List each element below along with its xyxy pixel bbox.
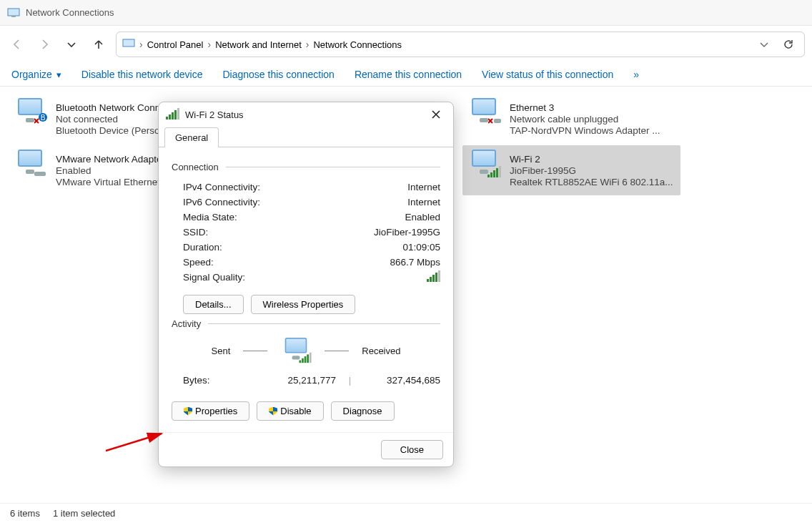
tab-general[interactable]: General [164, 127, 219, 147]
connection-name: Wi-Fi 2 [510, 154, 673, 165]
diagnose-button[interactable]: Diagnose [331, 401, 395, 421]
bytes-label: Bytes: [183, 375, 259, 386]
chevron-right-icon: › [139, 39, 143, 50]
connection-icon [468, 150, 504, 185]
item-count: 6 items [10, 508, 40, 519]
duration-value: 01:09:05 [402, 242, 440, 253]
svg-line-7 [106, 434, 162, 451]
refresh-button[interactable] [778, 34, 798, 54]
list-item[interactable]: Ethernet 3 Network cable unplugged TAP-N… [462, 94, 680, 144]
svg-rect-1 [11, 16, 16, 17]
organize-menu[interactable]: Organize [11, 69, 52, 80]
toolbar: Organize▾ Disable this network device Di… [0, 63, 812, 87]
speed-label: Speed: [183, 257, 214, 268]
group-activity: Activity [172, 318, 440, 329]
bytes-received: 327,454,685 [364, 375, 440, 386]
received-label: Received [362, 346, 400, 356]
close-dialog-button[interactable]: Close [381, 440, 443, 459]
svg-rect-6 [34, 172, 46, 176]
connection-device: TAP-NordVPN Windows Adapter ... [510, 125, 660, 136]
titlebar: Network Connections [0, 0, 812, 26]
disable-device-button[interactable]: Disable this network device [81, 69, 203, 80]
shield-icon [184, 407, 192, 416]
connection-device: Realtek RTL8852AE WiFi 6 802.11a... [510, 177, 673, 187]
signal-quality-label: Signal Quality: [183, 272, 245, 284]
selected-count: 1 item selected [53, 508, 115, 519]
ipv4-value: Internet [407, 182, 440, 192]
forward-button[interactable] [34, 34, 54, 54]
wifi-status-dialog: Wi-Fi 2 Status General Connection IPv4 C… [158, 102, 454, 467]
sent-label: Sent [212, 346, 231, 356]
breadcrumb-control-panel[interactable]: Control Panel [147, 39, 204, 50]
wifi-icon [166, 109, 179, 119]
ipv4-label: IPv4 Connectivity: [183, 182, 260, 192]
media-label: Media State: [183, 212, 237, 223]
view-status-button[interactable]: View status of this connection [482, 69, 613, 80]
connection-icon [468, 98, 504, 134]
duration-label: Duration: [183, 242, 222, 253]
more-button[interactable]: » [633, 69, 639, 80]
connection-status: JioFiber-1995G [510, 165, 673, 176]
ipv6-value: Internet [407, 197, 440, 207]
list-item[interactable]: Wi-Fi 2 JioFiber-1995G Realtek RTL8852AE… [462, 145, 680, 195]
connection-icon: B [14, 98, 50, 134]
dialog-titlebar: Wi-Fi 2 Status [159, 102, 453, 127]
disable-button[interactable]: Disable [257, 401, 323, 421]
control-panel-icon [7, 6, 20, 19]
speed-value: 866.7 Mbps [390, 257, 440, 268]
address-bar[interactable]: › Control Panel › Network and Internet ›… [116, 31, 805, 57]
address-dropdown[interactable] [754, 34, 774, 54]
chevron-down-icon: ▾ [56, 69, 61, 80]
ssid-label: SSID: [183, 227, 208, 238]
dialog-title: Wi-Fi 2 Status [185, 109, 244, 120]
recent-locations-button[interactable] [61, 34, 81, 54]
breadcrumb-network-connections[interactable]: Network Connections [313, 39, 402, 50]
ipv6-label: IPv6 Connectivity: [183, 197, 260, 207]
close-button[interactable] [426, 104, 446, 124]
breadcrumb-network-internet[interactable]: Network and Internet [215, 39, 302, 50]
properties-button[interactable]: Properties [172, 401, 249, 421]
connection-icon [14, 150, 50, 185]
back-button[interactable] [7, 34, 27, 54]
tab-strip: General [159, 127, 453, 147]
connection-name: Ethernet 3 [510, 102, 660, 113]
bytes-sent: 25,211,777 [259, 375, 336, 386]
group-connection: Connection [172, 162, 440, 172]
wireless-properties-button[interactable]: Wireless Properties [251, 295, 356, 314]
shield-icon [269, 407, 277, 416]
svg-rect-2 [123, 39, 134, 47]
svg-rect-5 [494, 119, 501, 123]
address-icon [122, 37, 135, 52]
rename-connection-button[interactable]: Rename this connection [355, 69, 462, 80]
window-title: Network Connections [26, 7, 114, 18]
activity-icon [280, 336, 312, 365]
details-button[interactable]: Details... [183, 295, 244, 314]
up-button[interactable] [89, 34, 109, 54]
connection-status: Network cable unplugged [510, 114, 660, 124]
status-bar: 6 items 1 item selected [0, 503, 812, 523]
navbar: › Control Panel › Network and Internet ›… [0, 26, 812, 63]
svg-rect-0 [8, 9, 19, 16]
ssid-value: JioFiber-1995G [374, 227, 440, 238]
signal-quality-value [427, 272, 440, 284]
svg-text:B: B [41, 114, 46, 122]
media-value: Enabled [405, 212, 440, 223]
diagnose-connection-button[interactable]: Diagnose this connection [222, 69, 334, 80]
